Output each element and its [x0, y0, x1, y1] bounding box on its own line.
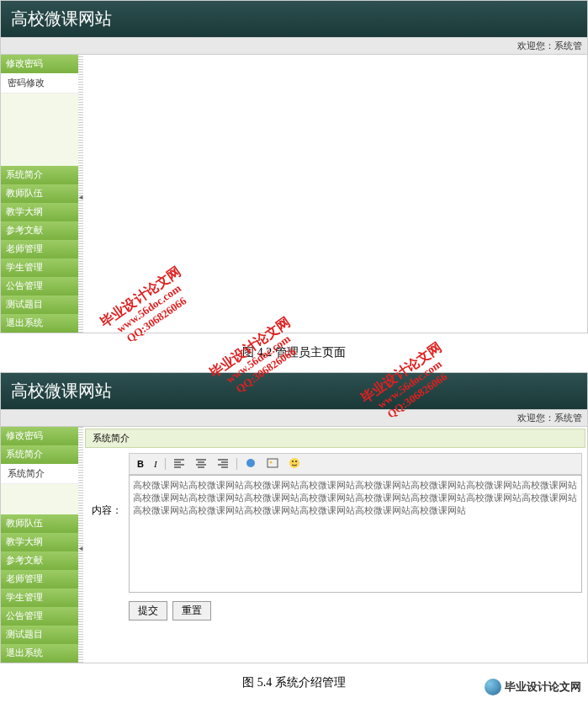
- welcome-user: 系统管: [554, 40, 582, 51]
- svg-point-0: [246, 459, 255, 467]
- sidebar-spacer: [1, 93, 78, 166]
- image-icon[interactable]: [264, 456, 281, 471]
- svg-point-3: [289, 458, 299, 468]
- globe-icon: [485, 679, 501, 695]
- site-header: 高校微课网站: [1, 1, 587, 37]
- sidebar-item-syllabus[interactable]: 教学大纲: [1, 533, 78, 551]
- site-header: 高校微课网站: [1, 373, 587, 409]
- site-title: 高校微课网站: [11, 9, 112, 28]
- sidebar-item-logout[interactable]: 退出系统: [1, 314, 78, 333]
- welcome-user: 系统管: [554, 413, 582, 423]
- footer-logo-text: 毕业设计论文网: [505, 679, 581, 695]
- welcome-prefix: 欢迎您：: [517, 413, 554, 423]
- bold-button[interactable]: B: [135, 458, 146, 470]
- figure-caption-1: 图 4.2 管理员主页面: [0, 337, 588, 372]
- svg-point-4: [292, 461, 294, 462]
- emoji-icon[interactable]: [286, 456, 303, 471]
- italic-button[interactable]: I: [151, 458, 160, 470]
- screenshot-admin-home: 高校微课网站 欢迎您：系统管 修改密码 密码修改 系统简介 教师队伍 教学大纲 …: [0, 0, 588, 333]
- sidebar-item-announce[interactable]: 公告管理: [1, 607, 78, 626]
- reset-button[interactable]: 重置: [172, 601, 211, 620]
- panel-title: 系统简介: [85, 429, 585, 448]
- editor-toolbar: B I: [129, 453, 582, 475]
- sidebar-item-quiz[interactable]: 测试题目: [1, 296, 78, 314]
- sidebar-item-logout[interactable]: 退出系统: [1, 644, 78, 663]
- align-center-icon[interactable]: [193, 456, 209, 471]
- toolbar-separator: [165, 458, 166, 470]
- align-left-icon[interactable]: [171, 456, 188, 471]
- toolbar-separator: [236, 458, 237, 470]
- welcome-bar: 欢迎您：系统管: [1, 37, 587, 55]
- sidebar-item-quiz[interactable]: 测试题目: [1, 626, 78, 644]
- align-right-icon[interactable]: [215, 456, 231, 471]
- sidebar: 修改密码 系统简介 系统简介 教师队伍 教学大纲 参考文献 老师管理 学生管理 …: [1, 427, 78, 663]
- screenshot-system-intro: 高校微课网站 欢迎您：系统管 修改密码 系统简介 系统简介 教师队伍 教学大纲 …: [0, 372, 588, 663]
- sidebar-sub-password-edit[interactable]: 密码修改: [1, 73, 78, 93]
- link-icon[interactable]: [242, 456, 259, 471]
- welcome-prefix: 欢迎您：: [517, 40, 554, 51]
- svg-point-5: [295, 461, 297, 462]
- sidebar-sub-intro[interactable]: 系统简介: [1, 464, 78, 484]
- content-textarea[interactable]: [129, 475, 582, 593]
- content-label: 内容：: [88, 453, 122, 518]
- sidebar-item-intro[interactable]: 系统简介: [1, 166, 78, 184]
- submit-button[interactable]: 提交: [129, 601, 167, 620]
- sidebar-item-references[interactable]: 参考文献: [1, 221, 78, 240]
- sidebar-item-teacher-mgmt[interactable]: 老师管理: [1, 240, 78, 258]
- sidebar-item-teacher-mgmt[interactable]: 老师管理: [1, 570, 78, 588]
- main-content: 系统简介 内容： B I: [83, 427, 587, 663]
- sidebar-spacer: [1, 484, 78, 514]
- sidebar-item-student-mgmt[interactable]: 学生管理: [1, 258, 78, 277]
- sidebar-item-references[interactable]: 参考文献: [1, 551, 78, 570]
- svg-rect-1: [268, 459, 278, 467]
- sidebar-item-student-mgmt[interactable]: 学生管理: [1, 588, 78, 607]
- main-content-empty: [83, 55, 587, 333]
- sidebar-item-teachers[interactable]: 教师队伍: [1, 514, 78, 533]
- welcome-bar: 欢迎您：系统管: [1, 409, 587, 427]
- sidebar-item-intro[interactable]: 系统简介: [1, 445, 78, 464]
- footer-logo: 毕业设计论文网: [485, 679, 581, 695]
- site-title: 高校微课网站: [11, 381, 112, 400]
- sidebar-item-password[interactable]: 修改密码: [1, 55, 78, 73]
- sidebar: 修改密码 密码修改 系统简介 教师队伍 教学大纲 参考文献 老师管理 学生管理 …: [1, 55, 78, 333]
- sidebar-item-announce[interactable]: 公告管理: [1, 277, 78, 296]
- sidebar-item-syllabus[interactable]: 教学大纲: [1, 203, 78, 221]
- svg-point-2: [269, 461, 272, 464]
- sidebar-item-teachers[interactable]: 教师队伍: [1, 184, 78, 203]
- sidebar-item-password[interactable]: 修改密码: [1, 427, 78, 445]
